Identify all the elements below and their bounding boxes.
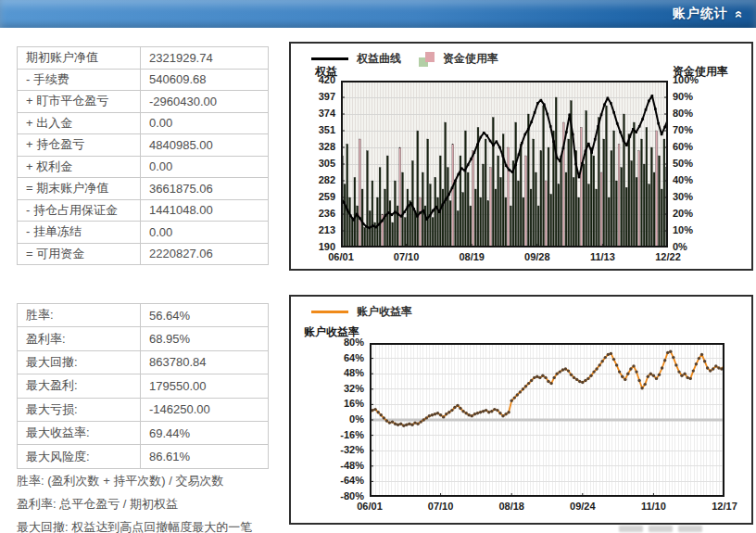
axis-tick-label: 10% — [673, 224, 719, 235]
axis-tick-label: 328 — [293, 141, 335, 152]
row-label: 胜率: — [18, 304, 141, 326]
table-row: 最大亏损:-146250.00 — [18, 399, 268, 422]
axis-tick-label: 40% — [673, 174, 719, 185]
row-value: -2960430.00 — [141, 91, 268, 112]
row-label: - 挂单冻结 — [18, 222, 141, 243]
row-label: 最大回撤: — [18, 351, 141, 374]
row-label: - 持仓占用保证金 — [18, 200, 141, 222]
row-value: 0.00 — [141, 157, 268, 178]
account-statistics-page: 账户统计 « 期初账户净值2321929.74- 手续费540609.68+ 盯… — [0, 0, 756, 533]
row-label: 最大风险度: — [18, 445, 141, 467]
axis-tick-label: 11/13 — [582, 251, 623, 262]
returns-chart-panel: 账户收益率 账户收益率 80%64%48%32%16%0%-16%-32%-48… — [289, 295, 753, 525]
row-label: + 盯市平仓盈亏 — [18, 91, 141, 112]
axis-tick-label: 12/17 — [704, 501, 745, 512]
axis-tick-label: 08/19 — [451, 251, 492, 262]
equity-usage-chart[interactable] — [341, 81, 668, 247]
equity-line-legend-label: 权益曲线 — [357, 51, 401, 67]
equity-chart-legend: 权益曲线 资金使用率 — [311, 51, 498, 67]
account-returns-chart[interactable] — [370, 343, 724, 497]
table-row: - 挂单冻结0.00 — [18, 222, 268, 244]
axis-tick-label: 32% — [293, 383, 364, 394]
axis-tick-label: 420 — [293, 74, 335, 85]
axis-tick-label: 0% — [293, 413, 364, 425]
performance-stats-table: 胜率:56.64%盈利率:68.95%最大回撤:863780.84最大盈利:17… — [17, 303, 269, 469]
table-row: 最大盈利:179550.00 — [18, 374, 268, 398]
axis-tick-label: 48% — [293, 367, 364, 378]
axis-tick-label: -64% — [293, 475, 364, 486]
capital-usage-legend-swatch — [419, 52, 435, 67]
row-label: 期初账户净值 — [18, 47, 141, 69]
row-value: 69.44% — [141, 422, 268, 444]
equity-line-legend-swatch — [311, 57, 348, 60]
row-value: -146250.00 — [141, 399, 268, 421]
returns-chart-legend: 账户收益率 — [311, 304, 412, 320]
axis-tick-label: 236 — [293, 208, 335, 219]
row-label: - 手续费 — [18, 70, 141, 91]
axis-tick-label: 09/24 — [562, 501, 603, 512]
header-bar: 账户统计 « — [0, 0, 756, 28]
row-value: 0.00 — [141, 222, 268, 243]
row-value: 540609.68 — [141, 70, 268, 91]
axis-tick-label: 80% — [293, 336, 364, 348]
axis-tick-label: 06/01 — [349, 501, 390, 512]
axis-tick-label: 11/10 — [633, 501, 674, 512]
table-row: 最大风险度:86.61% — [18, 445, 268, 468]
collapse-icon[interactable]: « — [731, 10, 747, 18]
capital-usage-legend-label: 资金使用率 — [443, 51, 498, 67]
axis-tick-label: 60% — [673, 141, 719, 152]
axis-tick-label: 259 — [293, 191, 335, 202]
footnotes: 胜率: (盈利次数 + 持平次数) / 交易次数盈利率: 总平仓盈亏 / 期初权… — [17, 469, 285, 533]
axis-tick-label: 100% — [673, 74, 719, 85]
footnote: 胜率: (盈利次数 + 持平次数) / 交易次数 — [17, 469, 285, 492]
row-value: 2321929.74 — [141, 47, 268, 69]
row-label: + 权利金 — [18, 157, 141, 178]
return-line-legend-label: 账户收益率 — [357, 304, 412, 320]
table-row: = 可用资金2220827.06 — [18, 244, 268, 266]
table-row: 盈利率:68.95% — [18, 327, 268, 350]
axis-tick-label: -32% — [293, 444, 364, 455]
table-row: 胜率:56.64% — [18, 304, 268, 327]
axis-tick-label: 06/01 — [321, 251, 361, 262]
table-row: - 持仓占用保证金1441048.00 — [18, 200, 268, 222]
row-label: 最大亏损: — [18, 399, 141, 421]
axis-tick-label: 64% — [293, 352, 364, 363]
row-value: 4840985.00 — [141, 134, 268, 156]
axis-tick-label: 09/28 — [517, 251, 558, 262]
axis-tick-label: 80% — [673, 108, 719, 119]
return-line-legend-swatch — [311, 311, 348, 313]
axis-tick-label: 08/18 — [491, 501, 532, 512]
row-label: 盈利率: — [18, 327, 141, 349]
page-title: 账户统计 — [673, 6, 728, 22]
table-row: 最大回撤:863780.84 — [18, 351, 268, 374]
row-value: 3661875.06 — [141, 178, 268, 199]
table-row: 最大收益率:69.44% — [18, 422, 268, 445]
table-row: + 持仓盈亏4840985.00 — [18, 134, 268, 157]
row-label: 最大盈利: — [18, 374, 141, 397]
row-label: = 期末账户净值 — [18, 178, 141, 199]
table-row: - 手续费540609.68 — [18, 70, 268, 92]
row-value: 179550.00 — [141, 374, 268, 397]
axis-tick-label: 374 — [293, 108, 335, 119]
axis-tick-label: 12/22 — [648, 251, 688, 262]
axis-tick-label: 30% — [673, 191, 719, 202]
row-label: + 持仓盈亏 — [18, 134, 141, 156]
table-row: + 权利金0.00 — [18, 157, 268, 179]
header-title-wrap: 账户统计 « — [673, 0, 743, 28]
row-value: 56.64% — [141, 304, 268, 326]
axis-tick-label: 90% — [673, 91, 719, 102]
table-row: + 出入金0.00 — [18, 113, 268, 135]
row-value: 863780.84 — [141, 351, 268, 374]
axis-tick-label: 07/10 — [421, 501, 461, 512]
axis-tick-label: 282 — [293, 174, 335, 185]
axis-tick-label: 305 — [293, 158, 335, 169]
row-value: 2220827.06 — [141, 244, 268, 265]
row-value: 68.95% — [141, 327, 268, 349]
axis-tick-label: 70% — [673, 124, 719, 135]
axis-tick-label: 16% — [293, 398, 364, 409]
axis-tick-label: 351 — [293, 124, 335, 135]
table-row: = 期末账户净值3661875.06 — [18, 178, 268, 200]
axis-tick-label: 20% — [673, 208, 719, 219]
axis-tick-label: 397 — [293, 91, 335, 102]
axis-tick-label: 07/10 — [386, 251, 427, 262]
